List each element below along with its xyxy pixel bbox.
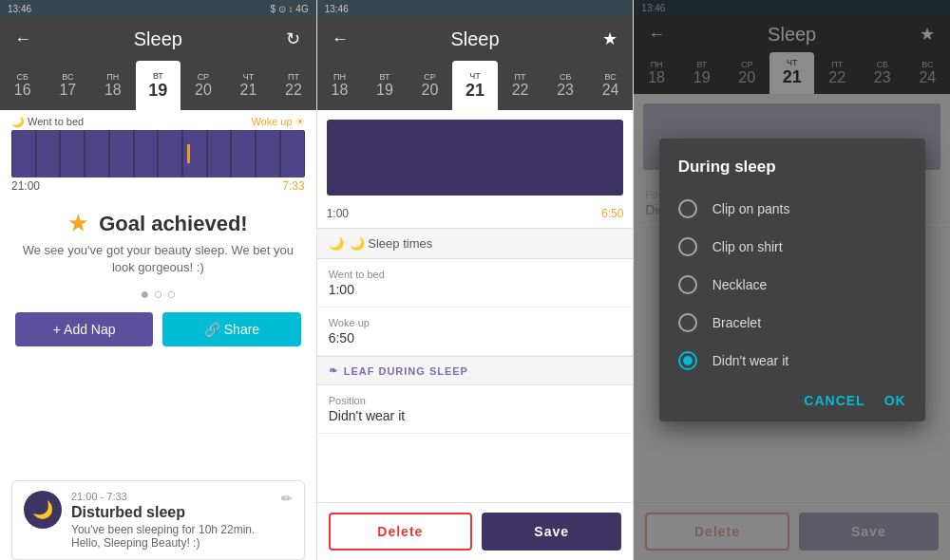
p2-save-button[interactable]: Save — [482, 513, 621, 551]
p2-chart-end: 6:50 — [601, 207, 623, 220]
moon-icon-2: 🌙 — [329, 236, 344, 251]
p2-delete-button[interactable]: Delete — [329, 513, 472, 551]
p2-cal-23[interactable]: СБ23 — [542, 61, 588, 110]
sleep-times-row: 21:00 7:33 — [0, 177, 316, 200]
woke-up-label: Woke up ☀ — [251, 116, 304, 128]
add-nap-button[interactable]: + Add Nap — [15, 312, 153, 346]
p2-went-to-bed[interactable]: Went to bed 1:00 — [317, 259, 634, 308]
option-bracelet-label: Bracelet — [712, 315, 761, 330]
time-1: 13:46 — [8, 4, 31, 14]
back-button-2[interactable]: ← — [329, 29, 352, 49]
p2-woke-value: 6:50 — [329, 330, 622, 345]
time-2: 13:46 — [325, 4, 349, 14]
sleep-start-time: 21:00 — [11, 179, 40, 193]
sleep-record-desc: You've been sleeping for 10h 22min. Hell… — [71, 523, 272, 550]
cal-day-16[interactable]: СБ 16 — [0, 61, 46, 110]
p2-content: 1:00 6:50 🌙 🌙 Sleep times Went to bed 1:… — [317, 110, 634, 560]
p2-sleep-times-header: 🌙 🌙 Sleep times — [317, 228, 634, 259]
goal-section: ★ Goal achieved! We see you've got your … — [0, 200, 316, 480]
option-necklace-label: Necklace — [712, 277, 768, 292]
header-1: ← Sleep ↻ — [0, 17, 316, 61]
sleep-labels: 🌙 Went to bed Woke up ☀ — [0, 110, 316, 130]
option-clip-shirt[interactable]: Clip on shirt — [659, 228, 925, 266]
sleep-end-time: 7:33 — [282, 179, 304, 193]
p2-woke-up[interactable]: Woke up 6:50 — [317, 308, 634, 356]
action-buttons: + Add Nap 🔗 Share — [15, 312, 301, 346]
cal-day-18[interactable]: ПН 18 — [90, 61, 136, 110]
status-bar-2: 13:46 — [317, 0, 634, 17]
share-button[interactable]: 🔗 Share — [162, 312, 300, 346]
sleep-stripes — [11, 130, 305, 177]
radio-didnt-wear[interactable] — [678, 351, 697, 370]
radio-bracelet[interactable] — [678, 313, 697, 332]
option-clip-pants-label: Clip on pants — [712, 201, 790, 216]
status-bar-1: 13:46 $ ⊙ ↕ 4G — [0, 0, 316, 17]
cal-day-22[interactable]: ПТ 22 — [271, 61, 315, 110]
edit-icon[interactable]: ✏ — [281, 491, 293, 506]
wakeup-marker — [187, 144, 190, 163]
p2-chart-start: 1:00 — [327, 207, 349, 220]
status-icons-1: $ ⊙ ↕ 4G — [270, 4, 308, 14]
cal-day-21[interactable]: ЧТ 21 — [226, 61, 272, 110]
radio-clip-shirt[interactable] — [678, 237, 697, 256]
option-necklace[interactable]: Necklace — [659, 266, 925, 304]
sleep-record-card: 🌙 21:00 - 7:33 Disturbed sleep You've be… — [11, 480, 305, 560]
p2-cal-19[interactable]: ВТ19 — [362, 61, 408, 110]
cal-day-19-active[interactable]: ВТ 19 — [136, 61, 181, 110]
dialog-ok-button[interactable]: OK — [884, 389, 906, 412]
goal-description: We see you've got your beauty sleep. We … — [15, 242, 301, 276]
goal-star-icon: ★ — [68, 212, 87, 235]
p2-position-label: Position — [329, 395, 622, 406]
dialog-overlay: During sleep Clip on pants Clip on shirt… — [634, 0, 950, 560]
radio-necklace[interactable] — [678, 275, 697, 294]
option-didnt-wear[interactable]: Didn't wear it — [659, 342, 925, 380]
p2-cal-20[interactable]: СР20 — [408, 61, 453, 110]
calendar-strip-2: ПН18 ВТ19 СР20 ЧТ21 ПТ22 СБ23 ВС24 — [317, 61, 634, 110]
p2-leaf-section: ❧ LEAF DURING SLEEP — [317, 356, 634, 385]
dialog-cancel-button[interactable]: CANCEL — [804, 389, 864, 412]
p2-woke-label: Woke up — [329, 317, 622, 328]
p2-position-value: Didn't wear it — [329, 408, 622, 423]
p2-sleep-chart — [327, 120, 624, 196]
p2-chart-labels: 1:00 6:50 — [317, 205, 634, 228]
refresh-button-1[interactable]: ↻ — [282, 28, 305, 49]
panel-1: 13:46 $ ⊙ ↕ 4G ← Sleep ↻ СБ 16 ВС 17 ПН … — [0, 0, 316, 560]
cal-day-17[interactable]: ВС 17 — [46, 61, 91, 110]
page-dots: ● ○ ○ — [140, 286, 176, 303]
p2-cal-21-active[interactable]: ЧТ21 — [452, 61, 498, 110]
header-title-2: Sleep — [352, 28, 599, 50]
calendar-strip-1: СБ 16 ВС 17 ПН 18 ВТ 19 СР 20 ЧТ 21 ПТ 2… — [0, 61, 316, 110]
star-button-2[interactable]: ★ — [598, 28, 621, 49]
dialog-actions: CANCEL OK — [659, 380, 925, 412]
p2-cal-18[interactable]: ПН18 — [317, 61, 363, 110]
option-bracelet[interactable]: Bracelet — [659, 304, 925, 342]
radio-clip-pants[interactable] — [678, 199, 697, 218]
header-title-1: Sleep — [34, 28, 282, 50]
panel-2: 13:46 ← Sleep ★ ПН18 ВТ19 СР20 ЧТ21 ПТ22… — [316, 0, 635, 560]
during-sleep-dialog: During sleep Clip on pants Clip on shirt… — [659, 139, 925, 421]
sleep-record-time: 21:00 - 7:33 — [71, 491, 272, 502]
p2-went-label: Went to bed — [329, 269, 622, 280]
back-button-1[interactable]: ← — [11, 29, 34, 49]
leaf-icon-2: ❧ — [329, 364, 338, 377]
p2-cal-24[interactable]: ВС24 — [588, 61, 633, 110]
option-didnt-wear-label: Didn't wear it — [712, 353, 788, 368]
option-clip-shirt-label: Clip on shirt — [712, 239, 783, 254]
p2-went-value: 1:00 — [329, 282, 622, 297]
p2-bottom-actions: Delete Save — [317, 502, 634, 560]
sleep-record-icon: 🌙 — [24, 491, 62, 529]
cal-day-20[interactable]: СР 20 — [180, 61, 226, 110]
went-to-bed-label: 🌙 Went to bed — [11, 116, 84, 128]
dialog-title: During sleep — [659, 158, 925, 190]
goal-title: ★ Goal achieved! — [68, 212, 248, 236]
sleep-record-title: Disturbed sleep — [71, 504, 272, 521]
option-clip-pants[interactable]: Clip on pants — [659, 190, 925, 228]
sleep-bar — [11, 130, 305, 177]
panel-3: 13:46 ← Sleep ★ ПН18 ВТ19 СР20 ЧТ21 ПТ22… — [634, 0, 950, 560]
sleep-record-content: 21:00 - 7:33 Disturbed sleep You've been… — [71, 491, 272, 550]
p2-position[interactable]: Position Didn't wear it — [317, 385, 634, 434]
p2-cal-22[interactable]: ПТ22 — [498, 61, 543, 110]
header-2: ← Sleep ★ — [317, 17, 634, 61]
